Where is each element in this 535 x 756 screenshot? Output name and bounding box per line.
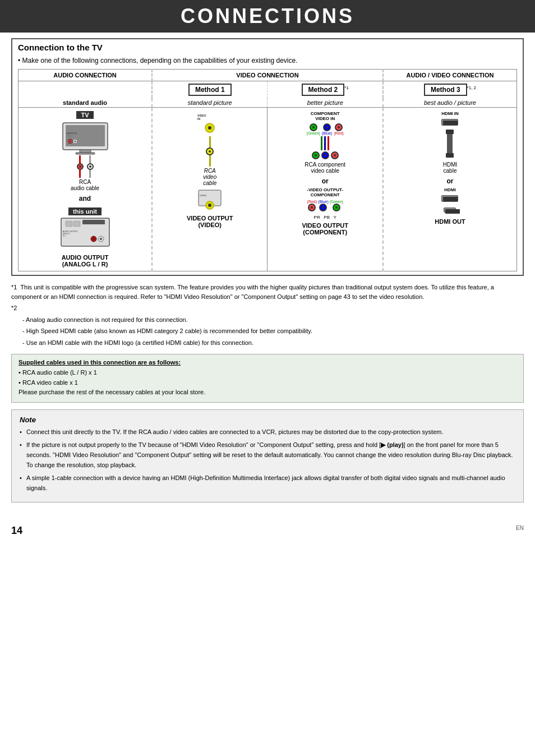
footnote2-line2: - High Speed HDMI cable (also known as H… [22,326,524,336]
or-text-m3: or [446,177,453,185]
svg-text:IN: IN [197,117,200,121]
svg-text:R     L: R L [63,235,66,237]
green-label: (Green) [307,131,320,135]
method1-label: Method 1 [188,84,232,96]
video-output-label: VIDEO OUTPUT (VIDEO) [187,215,233,228]
video-connection-header: VIDEO CONNECTION [152,70,383,81]
red-cable [77,155,84,178]
standard-audio-label: standard audio [19,98,153,108]
svg-rect-13 [73,221,80,227]
intro-text: • Make one of the following connections,… [18,57,517,64]
connection-diagram-table: AUDIO CONNECTION VIDEO CONNECTION AUDIO … [18,69,517,271]
svg-point-20 [100,238,102,240]
best-audio-picture-label: best audio / picture [383,98,517,108]
note-item-2: If the picture is not output properly to… [20,440,515,470]
footnote2-line1: - Analog audio connection is not require… [22,315,524,325]
page-number: 14 [11,525,22,537]
svg-point-24 [208,126,211,130]
note-item-1: Connect this unit directly to the TV. If… [20,427,515,437]
method2-content: COMPONENTVIDEO IN (Green) (Blue) [270,111,380,236]
svg-point-18 [93,238,95,240]
cable1: • RCA audio cable (L / R) x 1 [19,368,516,378]
method1-content: VIDEO IN RCAvideocable [155,111,265,228]
method1-diagram-cell: VIDEO IN RCAvideocable [152,108,268,271]
diagram-row: TV AUDIO IN [19,108,517,271]
white-cable [87,155,94,178]
rca-video-connector [206,147,214,155]
supplied-cables-box: Supplied cables used in this connection … [11,354,524,403]
page-header: CONNECTIONS [0,0,535,33]
red-label: (Red) [334,131,344,135]
rca-video-cable-label: RCAvideocable [203,168,216,186]
note-list: Connect this unit directly to the TV. If… [20,427,515,494]
page-footer: 14 EN [0,519,535,542]
rca-component-label: RCA componentvideo cable [305,162,345,174]
hdmi-out-label: HDMI OUT [435,218,465,225]
footnotes-section: *1 This unit is compatible with the prog… [11,283,524,347]
green-out: (Green) [330,200,343,211]
component-wires [321,136,329,150]
table-header-row: AUDIO CONNECTION VIDEO CONNECTION AUDIO … [19,70,517,81]
green-in: (Green) [307,123,320,135]
tv-label: TV [76,111,93,119]
method-subtitles-row: standard audio standard picture better p… [19,98,517,108]
footnote1: *1 This unit is compatible with the prog… [11,283,524,301]
method-labels-row: Method 1 Method 2*1 Method 3*1, 2 [19,81,517,99]
svg-point-28 [208,204,211,207]
audio-diagram-cell: TV AUDIO IN [19,108,153,271]
hdmi-cable-svg [441,127,458,160]
tv-device-svg: AUDIO IN R L [60,122,110,155]
audio-output-label: AUDIO OUTPUT (ANALOG L / R) [62,254,109,268]
method3-label: Method 3 [424,84,467,96]
audio-col-content: TV AUDIO IN [21,111,149,268]
section-title: Connection to the TV [18,43,517,52]
method2-header: Method 2*1 [268,81,383,99]
note-item-3: A simple 1-cable connection with a devic… [20,473,515,493]
better-picture-label: better picture [268,98,383,108]
standard-picture-label: standard picture [152,98,268,108]
play-button-label: ▶ (play) [381,441,403,448]
page-title: CONNECTIONS [0,4,535,28]
unit-video-out-svg: VIDEO [193,187,227,213]
method3-header: Method 3*1, 2 [383,81,517,99]
component-output-label: VIDEO OUTPUT (COMPONENT) [302,222,348,236]
blue-label: (Blue) [322,131,333,135]
purchase-note: Please purchase the rest of the necessar… [19,388,516,398]
method3-content: HDMI IN HDMIcable or [386,111,514,225]
note-title: Note [20,416,515,424]
component-pr-pb-y-labels: PR PB Y [314,215,336,220]
page-lang: EN [516,525,524,537]
hdmi-out-connector-label: HDMI [444,187,455,192]
method3-sup: *1, 2 [467,85,476,90]
hdmi-in-port [441,119,458,126]
supplied-cables-title: Supplied cables used in this connection … [19,359,516,366]
svg-rect-12 [66,221,72,227]
video-cable-wire [209,136,211,147]
method3-diagram-cell: HDMI IN HDMIcable or [383,108,517,271]
cable2: • RCA video cable x 1 [19,378,516,388]
av-connection-header: AUDIO / VIDEO CONNECTION [383,70,517,81]
hdmi-cable-label: HDMIcable [443,162,458,174]
red-out: (Red) [307,200,317,211]
footnote2-title: *2 [11,303,524,313]
hdmi-out-port [441,195,458,202]
main-content: Connection to the TV • Make one of the f… [0,33,535,508]
svg-point-7 [69,141,71,142]
svg-text:R     L: R L [68,135,72,137]
video-cable-wire2 [209,155,211,167]
method2-label: Method 2 [302,84,345,96]
component-connectors [312,151,339,159]
method2-diagram-cell: COMPONENTVIDEO IN (Green) (Blue) [268,108,383,271]
component-video-out-label: -VIDEO OUTPUT-COMPONENT [307,187,343,197]
svg-rect-2 [80,150,91,153]
component-in-jacks: (Green) (Blue) (Red) [307,123,344,135]
tv-row: TV [76,111,93,121]
audio-connection-header: AUDIO CONNECTION [19,70,153,81]
component-out-jacks: (Red) (Blue) (Green) [307,200,343,211]
audio-col-empty [19,81,153,99]
hdmi-in-label: HDMI IN [441,111,459,116]
note-box: Note Connect this unit directly to the T… [11,409,524,503]
or-text-m2: or [322,177,329,185]
svg-rect-31 [446,153,454,158]
audio-cable-connectors [77,155,94,178]
